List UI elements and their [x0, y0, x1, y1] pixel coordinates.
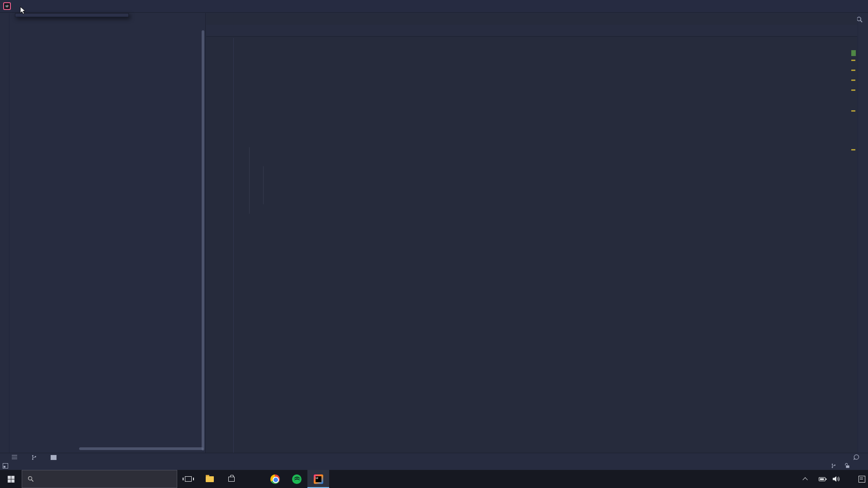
- file-explorer-icon: [206, 476, 214, 482]
- project-scrollbar-horizontal[interactable]: [79, 447, 203, 450]
- file-explorer-button[interactable]: [199, 470, 221, 488]
- intellij-window: IJ: [0, 0, 868, 488]
- minimize-button[interactable]: [807, 0, 827, 13]
- chrome-icon: [270, 474, 280, 484]
- start-button[interactable]: [0, 470, 22, 488]
- warning-stripe-mark[interactable]: [851, 70, 855, 71]
- status-bar: [0, 461, 868, 470]
- spotify-icon: [292, 474, 302, 484]
- action-center-icon[interactable]: [859, 476, 865, 483]
- intellij-taskbar-button[interactable]: IJ: [307, 470, 329, 488]
- task-view-icon: [185, 476, 192, 482]
- windows-logo-icon: [8, 476, 14, 483]
- git-toolwindow-button[interactable]: [31, 455, 39, 460]
- store-button[interactable]: [221, 470, 242, 488]
- warning-stripe-mark[interactable]: [851, 110, 855, 112]
- maximize-button[interactable]: [827, 0, 848, 13]
- todo-toolwindow-button[interactable]: [12, 455, 19, 460]
- terminal-icon: [51, 455, 57, 460]
- git-branch-icon: [831, 463, 836, 469]
- warning-stripe-mark[interactable]: [851, 60, 855, 61]
- left-tool-stripe: [0, 13, 9, 453]
- menu-bar: IJ: [0, 0, 868, 13]
- file-menu-dropdown: [15, 13, 129, 17]
- code-lines: [206, 38, 857, 453]
- terminal-toolwindow-button[interactable]: [51, 455, 59, 460]
- status-right: [824, 461, 864, 470]
- project-panel: [10, 13, 206, 453]
- warning-stripe-mark[interactable]: [851, 89, 855, 91]
- window-controls: [807, 0, 868, 13]
- taskbar-search[interactable]: [22, 470, 177, 488]
- warning-stripe-mark[interactable]: [851, 149, 855, 150]
- toolwindow-toggle-icon[interactable]: [3, 463, 8, 469]
- task-view-button[interactable]: [177, 470, 199, 488]
- mouse-cursor: [20, 6, 26, 15]
- intellij-icon: IJ: [314, 474, 323, 484]
- todo-list-icon: [12, 455, 17, 460]
- code-editor[interactable]: [206, 38, 857, 453]
- unlock-icon[interactable]: [845, 463, 850, 469]
- toolwindow-bar: [0, 453, 868, 461]
- git-branch-widget[interactable]: [831, 463, 838, 469]
- volume-icon[interactable]: [833, 476, 841, 482]
- inspection-indicator[interactable]: [851, 50, 856, 56]
- store-icon: [228, 477, 235, 482]
- close-button[interactable]: [848, 0, 868, 13]
- tray-expand-icon[interactable]: [802, 477, 807, 482]
- event-log-icon: [854, 454, 859, 460]
- right-tool-stripe: [858, 13, 868, 453]
- chrome-button[interactable]: [264, 470, 286, 488]
- git-branch-icon: [31, 455, 37, 460]
- spotify-button[interactable]: [286, 470, 307, 488]
- intellij-logo-icon: IJ: [3, 2, 11, 10]
- system-tray: [803, 470, 868, 488]
- project-scrollbar-vertical[interactable]: [202, 30, 204, 450]
- mail-button[interactable]: [242, 470, 264, 488]
- battery-icon[interactable]: [819, 477, 827, 482]
- search-icon: [28, 476, 34, 482]
- event-log-button[interactable]: [854, 454, 862, 460]
- editor-tab-bar: [206, 25, 857, 37]
- windows-taskbar: IJ: [0, 470, 868, 488]
- warning-stripe-mark[interactable]: [851, 80, 855, 81]
